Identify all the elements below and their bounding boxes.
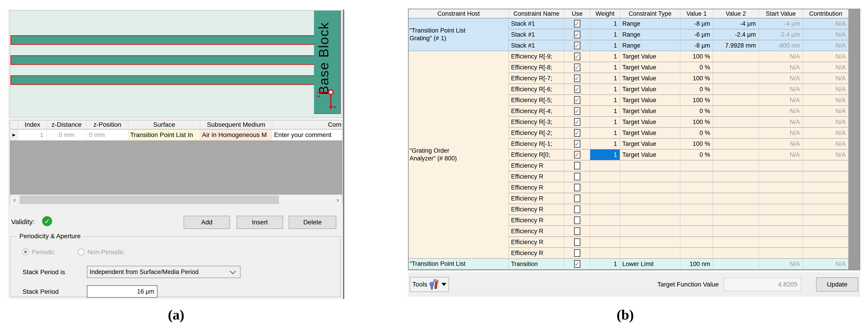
cell-use-checkbox[interactable] <box>564 237 590 248</box>
cell-start-value[interactable]: N/A <box>759 106 803 117</box>
cell-constraint-name[interactable]: Efficiency R <box>509 237 564 248</box>
cell-contribution[interactable]: N/A <box>803 29 848 40</box>
cell-value-1[interactable]: 0 % <box>680 106 713 117</box>
cell-start-value[interactable] <box>759 248 803 259</box>
cell-use-checkbox[interactable]: ✓ <box>564 19 590 29</box>
cell-constraint-type[interactable]: Target Value <box>620 95 680 106</box>
cell-value-2[interactable] <box>713 204 759 215</box>
cell-start-value[interactable]: N/A <box>759 150 803 160</box>
checkbox-unchecked-icon[interactable] <box>574 194 581 202</box>
col-header-constraint-host[interactable]: Constraint Host <box>409 9 509 19</box>
vertical-scrollbar[interactable] <box>848 9 860 270</box>
cell-use-checkbox[interactable]: ✓ <box>564 117 590 128</box>
col-header-use[interactable]: Use <box>564 9 590 19</box>
cell-weight[interactable]: 1 <box>590 19 620 29</box>
cell-value-2[interactable] <box>713 84 759 95</box>
checkbox-checked-icon[interactable]: ✓ <box>574 107 581 115</box>
cell-weight[interactable]: 1 <box>590 51 620 62</box>
cell-constraint-name[interactable]: Efficiency R[-5; <box>509 95 564 106</box>
cell-contribution[interactable]: N/A <box>803 73 848 84</box>
col-header-index[interactable]: Index <box>18 120 47 129</box>
cell-start-value[interactable]: -800 nm <box>759 40 803 51</box>
cell-use-checkbox[interactable]: ✓ <box>564 84 590 95</box>
checkbox-checked-icon[interactable]: ✓ <box>574 53 581 60</box>
cell-value-2[interactable] <box>713 160 759 171</box>
cell-value-1[interactable]: 0 % <box>680 150 713 160</box>
cell-start-value[interactable]: N/A <box>759 117 803 128</box>
cell-constraint-name[interactable]: Efficiency R[0; <box>509 150 564 160</box>
cell-constraint-type[interactable]: Range <box>620 19 680 29</box>
cell-weight[interactable] <box>590 171 620 182</box>
col-header-start-value[interactable]: Start Value <box>759 9 803 19</box>
cell-weight[interactable]: 1 <box>590 62 620 73</box>
cell-start-value[interactable]: N/A <box>759 95 803 106</box>
cell-value-2[interactable] <box>713 95 759 106</box>
cell-value-1[interactable]: 0 % <box>680 62 713 73</box>
cell-value-1[interactable] <box>680 182 713 193</box>
cell-constraint-type[interactable]: Target Value <box>620 84 680 95</box>
checkbox-checked-icon[interactable]: ✓ <box>574 31 581 38</box>
cell-value-2[interactable]: -2.4 µm <box>713 29 759 40</box>
cell-comment[interactable]: Enter your comment <box>272 129 342 141</box>
cell-value-2[interactable] <box>713 171 759 182</box>
cell-value-2[interactable] <box>713 150 759 160</box>
stack-period-input[interactable]: 16 µm <box>87 285 157 298</box>
cell-contribution[interactable]: N/A <box>803 150 848 160</box>
cell-weight[interactable]: 1 <box>590 73 620 84</box>
cell-use-checkbox[interactable]: ✓ <box>564 139 590 150</box>
cell-value-1[interactable] <box>680 204 713 215</box>
cell-value-2[interactable] <box>713 259 759 270</box>
cell-weight[interactable] <box>590 160 620 171</box>
cell-value-2[interactable] <box>713 237 759 248</box>
cell-weight[interactable]: 1 <box>590 150 620 160</box>
cell-weight[interactable]: 1 <box>590 40 620 51</box>
checkbox-checked-icon[interactable]: ✓ <box>574 260 581 268</box>
cell-use-checkbox[interactable]: ✓ <box>564 51 590 62</box>
cell-use-checkbox[interactable]: ✓ <box>564 73 590 84</box>
checkbox-unchecked-icon[interactable] <box>574 216 581 224</box>
cell-value-2[interactable] <box>713 73 759 84</box>
cell-weight[interactable]: 1 <box>590 139 620 150</box>
cell-constraint-type[interactable] <box>620 171 680 182</box>
checkbox-checked-icon[interactable]: ✓ <box>574 20 581 28</box>
cell-value-2[interactable] <box>713 248 759 259</box>
cell-value-1[interactable] <box>680 237 713 248</box>
cell-value-2[interactable] <box>713 182 759 193</box>
cell-constraint-type[interactable] <box>620 226 680 237</box>
cell-value-1[interactable] <box>680 160 713 171</box>
cell-use-checkbox[interactable] <box>564 182 590 193</box>
cell-contribution[interactable]: N/A <box>803 51 848 62</box>
scrollbar-thumb[interactable] <box>20 195 279 204</box>
checkbox-unchecked-icon[interactable] <box>574 162 581 170</box>
cell-value-1[interactable]: 0 % <box>680 84 713 95</box>
update-button[interactable]: Update <box>816 277 858 292</box>
cell-value-1[interactable]: 100 % <box>680 139 713 150</box>
cell-value-1[interactable]: 100 % <box>680 73 713 84</box>
cell-constraint-name[interactable]: Efficiency R <box>509 215 564 226</box>
cell-value-2[interactable] <box>713 193 759 204</box>
cell-weight[interactable]: 1 <box>590 95 620 106</box>
cell-value-2[interactable]: -4 µm <box>713 19 759 29</box>
cell-contribution[interactable]: N/A <box>803 259 848 270</box>
cell-constraint-type[interactable] <box>620 215 680 226</box>
cell-constraint-name[interactable]: Efficiency R[-1; <box>509 139 564 150</box>
col-header-contribution[interactable]: Contribution <box>803 9 848 19</box>
cell-weight[interactable] <box>590 226 620 237</box>
cell-constraint-type[interactable] <box>620 182 680 193</box>
horizontal-scrollbar[interactable]: ‹ › <box>10 194 342 205</box>
cell-contribution[interactable] <box>803 237 848 248</box>
checkbox-checked-icon[interactable]: ✓ <box>574 85 581 93</box>
cell-contribution[interactable] <box>803 248 848 259</box>
cell-surface[interactable]: Transition Point List In <box>128 129 200 141</box>
cell-value-1[interactable]: 100 nm <box>680 259 713 270</box>
cell-constraint-type[interactable]: Lower Limit <box>620 259 680 270</box>
cell-constraint-name[interactable]: Efficiency R <box>509 182 564 193</box>
cell-start-value[interactable]: N/A <box>759 73 803 84</box>
cell-constraint-name[interactable]: Stack #1 <box>509 29 564 40</box>
cell-contribution[interactable] <box>803 204 848 215</box>
cell-contribution[interactable]: N/A <box>803 40 848 51</box>
cell-weight[interactable]: 1 <box>590 106 620 117</box>
cell-start-value[interactable]: N/A <box>759 51 803 62</box>
cell-use-checkbox[interactable] <box>564 171 590 182</box>
scroll-left-icon[interactable]: ‹ <box>10 195 19 205</box>
